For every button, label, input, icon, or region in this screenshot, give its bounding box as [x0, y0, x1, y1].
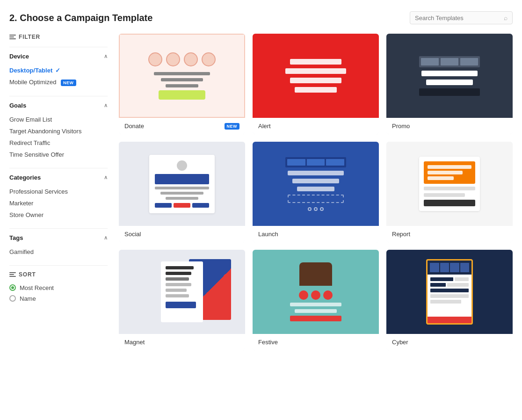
- cyber-preview: [386, 250, 513, 334]
- sidebar-item-target-abandoning[interactable]: Target Abandoning Visitors: [9, 125, 108, 137]
- sidebar-item-mobile[interactable]: Mobile Optimized NEW: [9, 76, 108, 88]
- launch-label: Launch: [258, 231, 278, 238]
- sort-radio-name[interactable]: [9, 295, 16, 302]
- report-label: Report: [392, 231, 410, 238]
- social-label: Social: [124, 231, 141, 238]
- template-card-festive[interactable]: Festive: [253, 250, 379, 350]
- filter-header: FILTER: [9, 34, 108, 40]
- sidebar-item-redirect-traffic[interactable]: Redirect Traffic: [9, 137, 108, 149]
- launch-preview: [253, 142, 379, 226]
- cyber-card-footer: Cyber: [386, 334, 513, 350]
- sidebar-item-time-sensitive[interactable]: Time Sensitive Offer: [9, 149, 108, 160]
- report-card-footer: Report: [386, 226, 513, 242]
- sort-radio-inner-recent: [11, 286, 14, 289]
- sidebar-item-marketer[interactable]: Marketer: [9, 197, 108, 209]
- donate-label: Donate: [124, 123, 144, 130]
- mobile-label: Mobile Optimized: [9, 79, 56, 86]
- template-card-magnet[interactable]: Magnet: [119, 250, 245, 350]
- report-preview: [386, 142, 513, 226]
- social-card-footer: Social: [119, 226, 245, 242]
- donate-card-footer: Donate NEW: [119, 118, 245, 134]
- sort-option-name[interactable]: Name: [9, 293, 108, 304]
- sidebar-item-store-owner[interactable]: Store Owner: [9, 209, 108, 221]
- template-card-launch[interactable]: Launch: [253, 142, 379, 242]
- sidebar-item-gamified[interactable]: Gamified: [9, 246, 108, 258]
- sort-label: SORT: [19, 271, 36, 278]
- magnet-preview: [119, 250, 245, 334]
- festive-preview: [253, 250, 379, 334]
- tags-chevron-icon: ∧: [104, 235, 108, 241]
- device-chevron-icon: ∧: [104, 53, 108, 59]
- page-title: 2. Choose a Campaign Template: [9, 13, 152, 23]
- sort-option-recent[interactable]: Most Recent: [9, 282, 108, 293]
- goals-section-header[interactable]: Goals ∧: [9, 102, 108, 109]
- sort-section: SORT Most Recent Name: [9, 265, 108, 304]
- template-card-promo[interactable]: Promo: [386, 34, 513, 134]
- search-icon: ⌕: [504, 14, 507, 22]
- check-icon: ✓: [55, 67, 60, 74]
- template-grid: Donate NEW Alert: [119, 34, 513, 350]
- sort-header: SORT: [9, 271, 108, 278]
- goals-section: Goals ∧ Grow Email List Target Abandonin…: [9, 96, 108, 160]
- launch-card-footer: Launch: [253, 226, 379, 242]
- filter-label: FILTER: [19, 34, 40, 40]
- sort-recent-label: Most Recent: [20, 284, 54, 291]
- categories-section-header[interactable]: Categories ∧: [9, 174, 108, 181]
- template-card-report[interactable]: Report: [386, 142, 513, 242]
- categories-section-label: Categories: [9, 174, 41, 181]
- alert-label: Alert: [258, 123, 271, 130]
- device-section: Device ∧ Desktop/Tablet ✓ Mobile Optimiz…: [9, 47, 108, 88]
- categories-section: Categories ∧ Professional Services Marke…: [9, 168, 108, 221]
- donate-badge: NEW: [225, 123, 240, 130]
- tags-section-label: Tags: [9, 234, 23, 241]
- goals-section-label: Goals: [9, 102, 26, 109]
- sort-icon: [9, 272, 16, 277]
- sidebar-item-grow-email[interactable]: Grow Email List: [9, 114, 108, 125]
- festive-card-footer: Festive: [253, 334, 379, 350]
- magnet-card-footer: Magnet: [119, 334, 245, 350]
- sort-radio-recent[interactable]: [9, 284, 16, 291]
- mobile-new-badge: NEW: [61, 80, 76, 86]
- promo-preview: [386, 34, 513, 118]
- template-card-social[interactable]: Social: [119, 142, 245, 242]
- template-card-alert[interactable]: Alert: [253, 34, 379, 134]
- device-section-header[interactable]: Device ∧: [9, 53, 108, 60]
- categories-chevron-icon: ∧: [104, 174, 108, 181]
- device-section-label: Device: [9, 53, 29, 60]
- promo-label: Promo: [392, 123, 410, 130]
- promo-card-footer: Promo: [386, 118, 513, 134]
- goals-chevron-icon: ∧: [104, 102, 108, 109]
- alert-card-footer: Alert: [253, 118, 379, 134]
- magnet-label: Magnet: [124, 339, 145, 346]
- festive-label: Festive: [258, 339, 278, 346]
- sort-name-label: Name: [20, 295, 36, 302]
- desktop-label: Desktop/Tablet: [9, 67, 52, 74]
- filter-icon: [9, 35, 16, 39]
- sidebar: FILTER Device ∧ Desktop/Tablet ✓ Mobile …: [9, 34, 108, 350]
- tags-section: Tags ∧ Gamified: [9, 228, 108, 258]
- template-card-donate[interactable]: Donate NEW: [119, 34, 245, 134]
- search-input[interactable]: [415, 14, 504, 22]
- template-card-cyber[interactable]: Cyber: [386, 250, 513, 350]
- sidebar-item-desktop[interactable]: Desktop/Tablet ✓: [9, 65, 108, 76]
- tags-section-header[interactable]: Tags ∧: [9, 234, 108, 241]
- sidebar-item-professional[interactable]: Professional Services: [9, 186, 108, 197]
- alert-preview: [253, 34, 379, 118]
- search-box[interactable]: ⌕: [410, 11, 513, 24]
- social-preview: [119, 142, 245, 226]
- donate-preview: [119, 34, 245, 118]
- cyber-label: Cyber: [392, 339, 408, 346]
